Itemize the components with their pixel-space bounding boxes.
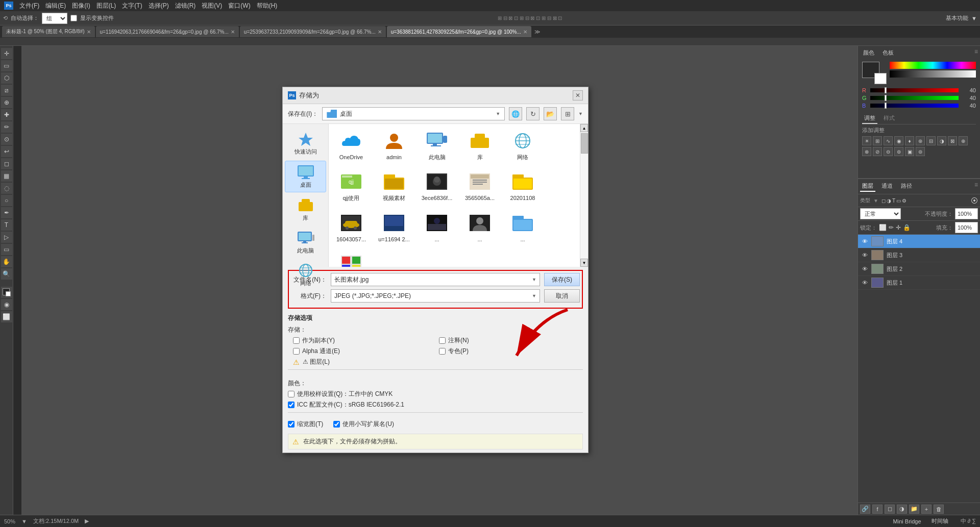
fill-input[interactable] [955, 222, 978, 233]
cb-lowercase-input[interactable] [333, 421, 340, 428]
cancel-button[interactable]: 取消 [544, 289, 580, 303]
tool-type[interactable]: T [1, 219, 12, 231]
tool-brush[interactable]: ✏ [1, 121, 12, 133]
cb-copy-input[interactable] [293, 337, 300, 344]
file-network[interactable]: 网络 [504, 128, 541, 163]
opacity-input[interactable] [955, 208, 978, 219]
toolbar-newfolder-btn[interactable]: 📂 [544, 107, 557, 120]
layer-1-item[interactable]: 👁 图层 1 [858, 276, 980, 290]
file-onedrive[interactable]: OneDrive [333, 128, 370, 163]
panel-menu-btn[interactable]: ≡ [974, 48, 978, 58]
tool-path-select[interactable]: ▷ [1, 232, 12, 243]
file-video[interactable]: 视频素材 [376, 169, 412, 204]
file-thispc[interactable]: 此电脑 [419, 128, 455, 163]
channels-tab[interactable]: 通道 [879, 181, 895, 192]
tool-hand[interactable]: ✋ [1, 256, 12, 267]
nav-desktop[interactable]: 桌面 [285, 161, 326, 192]
menu-layer[interactable]: 图层(L) [96, 2, 116, 10]
save-button[interactable]: 保存(S) [544, 273, 580, 286]
cb-icc-input[interactable] [288, 401, 295, 408]
file-person[interactable]: ... [461, 210, 498, 245]
file-3ece[interactable]: 3ece6836f... [419, 169, 455, 204]
adjust-tab[interactable]: 调整 [862, 113, 877, 124]
tool-dodge[interactable]: ○ [1, 195, 12, 206]
nav-quick-access[interactable]: 快速访问 [285, 128, 326, 159]
menu-window[interactable]: 窗口(W) [228, 2, 250, 10]
paths-tab[interactable]: 路径 [899, 181, 914, 192]
menu-view[interactable]: 视图(V) [202, 2, 222, 10]
photofilter-btn[interactable]: ⊠ [948, 136, 957, 145]
channelmixer-btn[interactable]: ⊕ [959, 136, 968, 145]
file-20201108[interactable]: 20201108 [504, 169, 541, 204]
add-mask-btn[interactable]: ◻ [885, 505, 895, 514]
tab-close-3[interactable]: ✕ [523, 29, 527, 35]
layer-3-visibility[interactable]: 👁 [861, 252, 868, 259]
filter-type[interactable]: T [892, 198, 895, 204]
dialog-close-button[interactable]: ✕ [573, 90, 583, 101]
new-group-btn[interactable]: 📁 [909, 505, 919, 514]
gradmap-btn[interactable]: ▣ [905, 147, 914, 156]
tool-gradient[interactable]: ▦ [1, 170, 12, 182]
layer-2-item[interactable]: 👁 图层 2 [858, 262, 980, 276]
new-adjustment-btn[interactable]: ◑ [897, 505, 907, 514]
tool-pen[interactable]: ✒ [1, 207, 12, 218]
lock-all[interactable]: 🔒 [903, 224, 911, 231]
file-3565[interactable]: 3565065a... [461, 169, 498, 204]
levels-btn[interactable]: ⊞ [873, 136, 882, 145]
save-in-combo[interactable]: 桌面 ▼ [322, 107, 505, 120]
swatches-tab[interactable]: 色板 [879, 48, 897, 58]
tab-close-0[interactable]: ✕ [87, 29, 91, 35]
menu-type[interactable]: 文字(T) [122, 2, 142, 10]
filter-adjust[interactable]: ◑ [887, 198, 891, 204]
scroll-down-btn[interactable]: ▼ [580, 259, 588, 267]
tool-screen-mode[interactable]: ⬜ [1, 311, 12, 322]
scroll-up-btn[interactable]: ▲ [580, 124, 588, 132]
curves-btn[interactable]: ∿ [884, 136, 893, 145]
tool-move[interactable]: ✛ [1, 48, 12, 59]
tab-close-1[interactable]: ✕ [231, 29, 235, 35]
file-qjj[interactable]: qjj qjj使用 [333, 169, 370, 204]
menu-filter[interactable]: 滤镜(R) [175, 2, 196, 10]
filename-combo[interactable]: 长图素材.jpg ▼ [331, 273, 540, 286]
file-u116[interactable]: u=11694 2... [376, 210, 412, 245]
cb-alpha-input[interactable] [293, 348, 300, 355]
tool-history[interactable]: ↩ [1, 146, 12, 157]
timeline-label[interactable]: 时间轴 [932, 517, 948, 525]
tool-lasso[interactable]: ⬡ [1, 72, 12, 84]
tool-quick-mask[interactable]: ◉ [1, 299, 12, 310]
tool-shape[interactable]: ▭ [1, 244, 12, 255]
new-layer-btn[interactable]: + [921, 505, 932, 514]
selectcolor-btn[interactable]: ⊜ [916, 147, 925, 156]
tab-3[interactable]: u=3638812661,4278309225&fm=26&gp=0.jpg @… [387, 26, 531, 37]
brightness-contrast-btn[interactable]: ☀ [862, 136, 871, 145]
lock-position[interactable]: ✛ [896, 224, 901, 231]
menu-file[interactable]: 文件(F) [19, 2, 39, 10]
file-library[interactable]: 库 [461, 128, 498, 163]
toolbar-view-btn[interactable]: ⊞ [561, 107, 574, 120]
layer-4-visibility[interactable]: 👁 [861, 238, 868, 245]
tab-0[interactable]: 未标题-1 @ 50% (图层 4, RGB/8#) ✕ [2, 26, 95, 37]
filter-shape[interactable]: ▭ [896, 198, 901, 204]
tab-2[interactable]: u=2539637233,2109093909&fm=26&gp=0.jpg @… [240, 26, 386, 37]
format-combo[interactable]: JPEG (*.JPG;*.JPEG;*.JPE) ▼ [331, 289, 540, 303]
tab-close-2[interactable]: ✕ [378, 29, 382, 35]
nav-thispc[interactable]: 此电脑 [285, 227, 326, 258]
link-layers-btn[interactable]: 🔗 [860, 505, 870, 514]
file-16043[interactable]: 16043057... [333, 210, 370, 245]
menu-edit[interactable]: 编辑(E) [45, 2, 66, 10]
mini-bridge-label[interactable]: Mini Bridge [893, 518, 921, 524]
cb-proof-input[interactable] [288, 391, 295, 397]
color-tab[interactable]: 颜色 [860, 48, 877, 58]
hsl-btn[interactable]: ⊛ [916, 136, 925, 145]
invert-btn[interactable]: ⊘ [873, 147, 882, 156]
posterize-btn[interactable]: ⊖ [884, 147, 893, 156]
group-select[interactable]: 组 [42, 13, 67, 24]
style-tab[interactable]: 样式 [881, 113, 897, 124]
layer-1-visibility[interactable]: 👁 [861, 279, 868, 286]
menu-help[interactable]: 帮助(H) [257, 2, 278, 10]
threshold-btn[interactable]: ⊚ [894, 147, 903, 156]
tool-eraser[interactable]: ◻ [1, 158, 12, 169]
tool-selection[interactable]: ▭ [1, 60, 12, 71]
filter-toggle[interactable]: ⦿ [971, 196, 978, 205]
tool-eyedropper[interactable]: ⊕ [1, 97, 12, 108]
